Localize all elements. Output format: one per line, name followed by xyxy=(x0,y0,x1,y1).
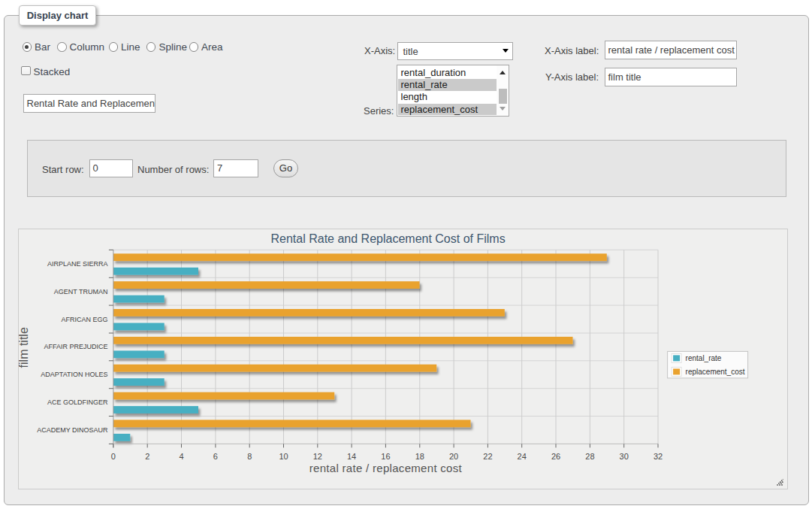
svg-text:AGENT TRUMAN: AGENT TRUMAN xyxy=(54,288,108,295)
svg-text:ACADEMY DINOSAUR: ACADEMY DINOSAUR xyxy=(37,426,108,434)
svg-text:2: 2 xyxy=(145,452,149,461)
svg-text:8: 8 xyxy=(247,452,252,461)
svg-text:0: 0 xyxy=(111,452,116,461)
svg-text:rental rate / replacement cost: rental rate / replacement cost xyxy=(309,462,463,474)
svg-text:AFFAIR PREJUDICE: AFFAIR PREJUDICE xyxy=(44,343,107,350)
svg-text:32: 32 xyxy=(654,452,663,461)
svg-text:22: 22 xyxy=(483,452,492,461)
svg-text:rental_rate: rental_rate xyxy=(686,354,722,362)
svg-text:16: 16 xyxy=(381,452,390,461)
svg-text:AIRPLANE SIERRA: AIRPLANE SIERRA xyxy=(47,260,108,268)
svg-text:28: 28 xyxy=(585,452,594,461)
svg-text:10: 10 xyxy=(279,452,288,461)
svg-text:20: 20 xyxy=(449,452,458,461)
svg-text:14: 14 xyxy=(347,452,356,461)
svg-text:AFRICAN EGG: AFRICAN EGG xyxy=(61,316,107,323)
svg-text:24: 24 xyxy=(518,452,527,461)
svg-text:30: 30 xyxy=(620,452,629,461)
svg-text:Rental Rate and Replacement Co: Rental Rate and Replacement Cost of Film… xyxy=(271,232,506,245)
svg-text:replacement_cost: replacement_cost xyxy=(686,368,745,376)
svg-text:6: 6 xyxy=(213,452,218,461)
svg-text:12: 12 xyxy=(313,452,322,461)
svg-text:26: 26 xyxy=(551,452,560,461)
svg-text:film title: film title xyxy=(19,327,31,368)
svg-text:18: 18 xyxy=(415,452,424,461)
svg-text:4: 4 xyxy=(179,452,183,461)
svg-text:ACE GOLDFINGER: ACE GOLDFINGER xyxy=(47,398,108,406)
svg-text:ADAPTATION HOLES: ADAPTATION HOLES xyxy=(41,371,107,378)
